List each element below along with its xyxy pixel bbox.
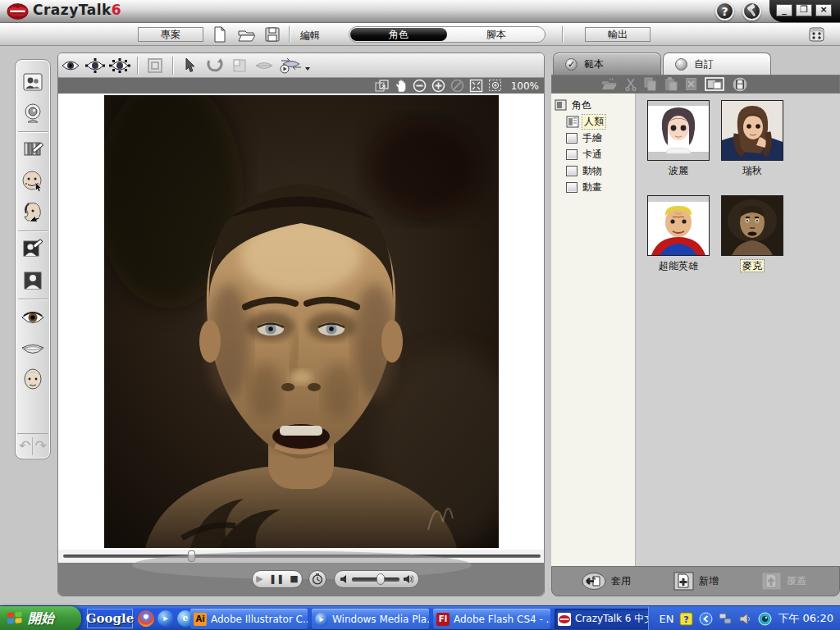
lips-icon bbox=[254, 60, 274, 71]
photo-import-button[interactable] bbox=[19, 68, 47, 96]
chrome-quicklaunch-icon[interactable] bbox=[138, 610, 154, 627]
add-label: 新增 bbox=[699, 574, 719, 588]
view-mode-icon[interactable] bbox=[705, 77, 724, 91]
google-deskbar[interactable]: Google bbox=[87, 609, 133, 628]
poly-thumbnail-image bbox=[648, 101, 709, 160]
show-points-button[interactable] bbox=[83, 56, 107, 75]
webcam-capture-button[interactable] bbox=[19, 99, 47, 127]
character-label-rachel[interactable]: 瑞秋 bbox=[715, 164, 789, 178]
character-label-superhero[interactable]: 超能英雄 bbox=[641, 259, 715, 273]
tree-cartoon-label[interactable]: 卡通 bbox=[581, 148, 604, 162]
minimize-button[interactable]: _ bbox=[776, 4, 792, 16]
character-label-mike[interactable]: 麥克 bbox=[715, 259, 789, 273]
volume-thumb[interactable] bbox=[377, 573, 385, 585]
volume-slider[interactable] bbox=[352, 578, 399, 582]
zoom-toolbar: 100% bbox=[58, 78, 545, 94]
character-edit-button[interactable] bbox=[19, 235, 47, 263]
tab-custom[interactable]: 自訂 bbox=[663, 52, 771, 75]
tree-node-cartoon[interactable]: 卡通 bbox=[566, 146, 635, 162]
network-tray-icon[interactable] bbox=[719, 612, 733, 626]
ime-help-tray-icon[interactable]: ? bbox=[679, 612, 693, 626]
browser-actions: 套用 新增 覆蓋 bbox=[551, 566, 840, 596]
wmp-icon: ▸ bbox=[315, 613, 328, 626]
timer-button[interactable] bbox=[308, 570, 326, 588]
language-indicator[interactable]: EN bbox=[659, 613, 673, 625]
pan-hand-icon[interactable] bbox=[395, 79, 408, 93]
eye-settings-button[interactable] bbox=[19, 304, 47, 331]
select-tool-button[interactable] bbox=[178, 56, 203, 75]
volume-low-icon[interactable] bbox=[340, 574, 349, 584]
project-button[interactable]: 專案 bbox=[138, 27, 203, 42]
settings-hammer-button[interactable] bbox=[742, 2, 761, 21]
edit-menu[interactable]: 編輯 bbox=[300, 29, 320, 43]
face-profile-cursor-icon bbox=[21, 201, 44, 224]
media-edit-button[interactable] bbox=[19, 136, 47, 164]
show-image-button[interactable] bbox=[58, 56, 83, 75]
profile-fitting-button[interactable] bbox=[19, 199, 47, 226]
tree-node-human[interactable]: 人類 bbox=[566, 113, 635, 130]
volume-tray-icon[interactable] bbox=[738, 612, 752, 626]
help-button[interactable]: ? bbox=[715, 2, 734, 21]
tree-node-animal[interactable]: 動物 bbox=[566, 162, 635, 179]
tree-anime-label[interactable]: 動畫 bbox=[581, 180, 604, 194]
menu-separator bbox=[289, 26, 290, 43]
start-button[interactable]: 開始 bbox=[0, 606, 81, 630]
zoom-out-icon[interactable] bbox=[413, 79, 427, 93]
tree-human-label[interactable]: 人類 bbox=[582, 115, 605, 129]
open-project-icon[interactable] bbox=[237, 26, 255, 43]
menu-bar: 專案 編輯 角色 腳本 輸出 bbox=[0, 23, 840, 46]
apply-button[interactable]: 套用 bbox=[582, 573, 631, 590]
dice-icon[interactable] bbox=[807, 25, 827, 43]
collapse-tray-icon[interactable] bbox=[699, 612, 713, 626]
play-button[interactable]: ▶ bbox=[256, 571, 262, 587]
character-label-poly[interactable]: 波麗 bbox=[641, 164, 715, 178]
taskbar: 開始 Google ▸ e Ai Adobe Illustrator C... … bbox=[0, 605, 840, 630]
tab-character[interactable]: 角色 bbox=[350, 28, 447, 41]
fit-screen-icon[interactable] bbox=[469, 79, 483, 93]
tree-node-anime[interactable]: 動畫 bbox=[566, 179, 635, 195]
person-pencil-icon bbox=[22, 239, 43, 260]
close-button[interactable]: × bbox=[815, 4, 832, 16]
undo-button[interactable]: ↶ bbox=[17, 437, 33, 455]
media-player-quicklaunch-icon[interactable]: ▸ bbox=[158, 610, 174, 627]
tree-sketch-label[interactable]: 手繪 bbox=[581, 131, 604, 145]
undo-redo-group: ↶ ↷ bbox=[17, 433, 48, 455]
rotate-tool-button[interactable] bbox=[203, 56, 227, 75]
zoom-region-icon[interactable] bbox=[488, 79, 503, 93]
show-all-points-button[interactable] bbox=[107, 56, 132, 75]
character-thumb-rachel[interactable] bbox=[721, 100, 783, 161]
new-project-icon[interactable] bbox=[211, 26, 229, 43]
tree-animal-label[interactable]: 動物 bbox=[581, 164, 604, 178]
zoom-in-icon[interactable] bbox=[431, 79, 445, 93]
character-thumb-mike[interactable] bbox=[721, 195, 783, 256]
export-window-icon[interactable] bbox=[375, 80, 390, 92]
character-thumb-poly[interactable] bbox=[647, 100, 710, 161]
tab-template[interactable]: ✓ 範本 bbox=[553, 52, 661, 75]
save-collection-button[interactable] bbox=[732, 76, 748, 93]
output-button[interactable]: 輸出 bbox=[585, 27, 651, 42]
tree-node-root[interactable]: 角色 bbox=[555, 97, 635, 113]
taskbar-item-illustrator[interactable]: Ai Adobe Illustrator C... bbox=[190, 609, 308, 629]
taskbar-item-flash[interactable]: Fl Adobe Flash CS4 - ... bbox=[433, 609, 550, 629]
mouth-settings-button[interactable] bbox=[19, 335, 47, 363]
webcam-tray-icon[interactable] bbox=[758, 612, 772, 626]
redo-button[interactable]: ↷ bbox=[33, 437, 48, 455]
restore-button[interactable]: ❐ bbox=[796, 4, 812, 16]
face-fitting-button[interactable] bbox=[19, 167, 47, 195]
character-button[interactable] bbox=[19, 267, 47, 294]
head-settings-button[interactable] bbox=[19, 366, 47, 394]
volume-high-icon[interactable] bbox=[403, 574, 413, 584]
start-label: 開始 bbox=[28, 610, 54, 628]
crazytalk-lips-icon bbox=[558, 613, 571, 626]
canvas-viewport[interactable] bbox=[58, 94, 545, 550]
character-thumb-superhero[interactable] bbox=[647, 195, 710, 256]
tree-root-label[interactable]: 角色 bbox=[570, 98, 593, 112]
taskbar-item-mediaplayer[interactable]: ▸ Windows Media Pla... bbox=[312, 609, 429, 629]
add-button[interactable]: 新增 bbox=[673, 572, 719, 591]
save-project-icon[interactable] bbox=[263, 26, 281, 43]
motion-preview-button[interactable] bbox=[276, 56, 313, 75]
tree-node-sketch[interactable]: 手繪 bbox=[566, 130, 635, 146]
stop-button[interactable]: ■ bbox=[290, 571, 298, 587]
tab-script[interactable]: 腳本 bbox=[448, 28, 545, 41]
pause-button[interactable]: ❚❚ bbox=[269, 571, 284, 587]
